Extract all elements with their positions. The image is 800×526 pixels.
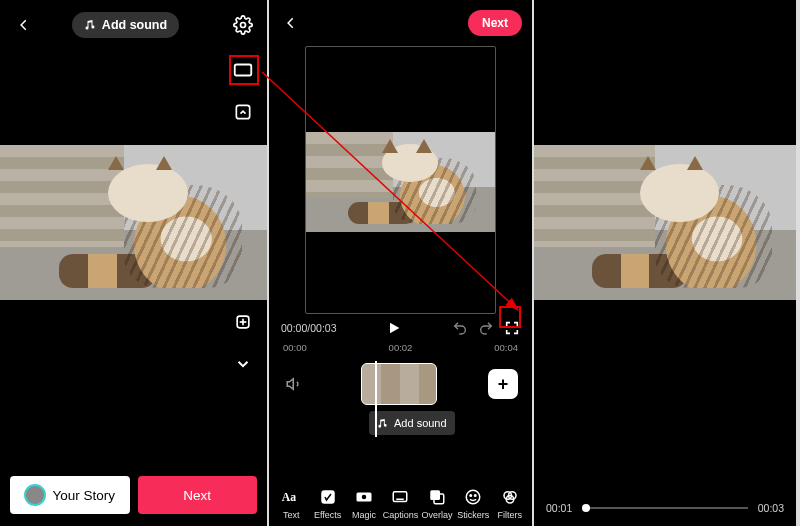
music-note-icon xyxy=(377,418,388,429)
filter-icon xyxy=(501,487,519,507)
redo-button[interactable] xyxy=(478,320,494,336)
tool-label: Text xyxy=(283,510,300,520)
play-button[interactable] xyxy=(386,320,402,336)
tool-filters[interactable]: Filters xyxy=(492,487,528,520)
tool-label: Stickers xyxy=(457,510,489,520)
effects-icon xyxy=(319,487,337,507)
your-story-button[interactable]: Your Story xyxy=(10,476,130,514)
mute-icon[interactable] xyxy=(283,373,305,395)
svg-point-21 xyxy=(467,490,481,504)
record-screen: Add sound Aa Your Story Next xyxy=(0,0,269,526)
tool-label: Filters xyxy=(497,510,522,520)
tool-effects[interactable]: Effects xyxy=(309,487,345,520)
tutorial-highlight-rotate xyxy=(229,55,259,85)
timeline-ruler: 00:00 00:02 00:04 xyxy=(269,338,532,357)
seek-bar[interactable]: 00:01 00:03 xyxy=(546,502,784,514)
sticker-icon xyxy=(464,487,482,507)
bottom-actions: Your Story Next xyxy=(10,476,257,514)
add-sound-label: Add sound xyxy=(102,18,167,32)
tool-label: Effects xyxy=(314,510,341,520)
avatar-icon xyxy=(24,484,46,506)
next-button[interactable]: Next xyxy=(138,476,258,514)
edit-screen: Next 00:00/00:03 00:00 xyxy=(269,0,534,526)
svg-rect-19 xyxy=(430,490,440,500)
svg-rect-17 xyxy=(394,492,408,502)
next-label: Next xyxy=(183,488,211,503)
your-story-label: Your Story xyxy=(52,488,115,503)
tool-label: Magic xyxy=(352,510,376,520)
svg-point-22 xyxy=(470,495,472,497)
playback-bar: 00:00/00:03 xyxy=(269,314,532,338)
video-preview[interactable] xyxy=(534,145,798,300)
seek-track[interactable] xyxy=(582,507,747,509)
svg-point-0 xyxy=(240,23,245,28)
next-label: Next xyxy=(482,16,508,30)
playback-time: 00:00/00:03 xyxy=(281,322,336,334)
tutorial-highlight-fullscreen xyxy=(499,306,521,328)
flip-tool-icon[interactable] xyxy=(229,98,257,126)
bottom-toolbar: Aa Text Effects Magic Captions Overlay S… xyxy=(269,481,532,520)
captions-icon xyxy=(390,487,410,507)
add-sound-label: Add sound xyxy=(394,417,447,429)
tick-label: 00:04 xyxy=(494,342,518,353)
back-button[interactable] xyxy=(279,11,303,35)
tool-label: Captions xyxy=(383,510,419,520)
playhead[interactable] xyxy=(375,361,377,437)
next-button[interactable]: Next xyxy=(468,10,522,36)
tool-magic[interactable]: Magic xyxy=(346,487,382,520)
play-screen: 00:01 00:03 xyxy=(534,0,798,526)
overlay-icon xyxy=(428,487,446,507)
seek-current: 00:01 xyxy=(546,502,572,514)
seek-total: 00:03 xyxy=(758,502,784,514)
tool-captions[interactable]: Captions xyxy=(382,487,418,520)
crop-tool-icon[interactable] xyxy=(229,308,257,336)
add-clip-button[interactable]: + xyxy=(488,369,518,399)
tool-overlay[interactable]: Overlay xyxy=(419,487,455,520)
back-button[interactable] xyxy=(12,13,36,37)
top-bar: Add sound xyxy=(0,0,267,46)
more-tools-icon[interactable] xyxy=(229,350,257,378)
tool-text[interactable]: Aa Text xyxy=(273,487,309,520)
timeline-track[interactable]: + xyxy=(269,361,532,407)
video-clip[interactable] xyxy=(361,363,437,405)
add-sound-button[interactable]: Add sound xyxy=(369,411,455,435)
svg-point-23 xyxy=(475,495,477,497)
tick-label: 00:02 xyxy=(389,342,413,353)
magic-icon xyxy=(354,487,374,507)
text-icon: Aa xyxy=(281,487,301,507)
svg-text:Aa: Aa xyxy=(282,491,296,504)
tool-label: Overlay xyxy=(421,510,452,520)
edit-top-bar: Next xyxy=(269,0,532,42)
tick-label: 00:00 xyxy=(283,342,307,353)
tool-stickers[interactable]: Stickers xyxy=(455,487,491,520)
music-note-icon xyxy=(84,19,96,31)
settings-button[interactable] xyxy=(231,13,255,37)
canvas-video xyxy=(306,132,495,232)
undo-button[interactable] xyxy=(452,320,468,336)
add-sound-button[interactable]: Add sound xyxy=(72,12,179,38)
edit-canvas[interactable] xyxy=(305,46,496,314)
svg-point-16 xyxy=(362,495,367,500)
video-preview[interactable] xyxy=(0,145,269,300)
